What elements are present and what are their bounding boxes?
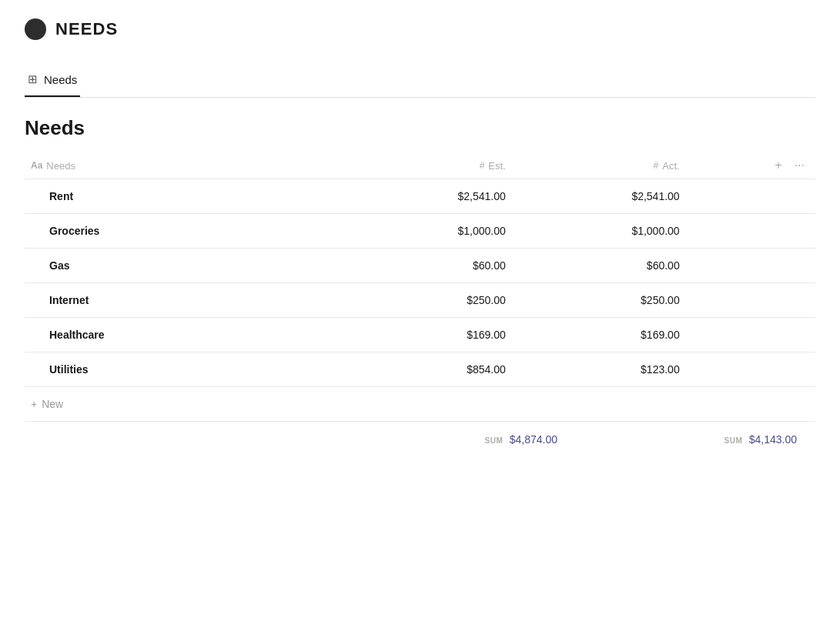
table-header-row: Aa Needs # Est. # Act. (25, 152, 815, 179)
table-row[interactable]: Gas$60.00$60.00 (25, 249, 815, 283)
col-header-act: # Act. (515, 152, 689, 179)
cell-act-3: $250.00 (515, 283, 689, 318)
cell-act-5: $123.00 (515, 352, 689, 387)
cell-est-4: $169.00 (341, 318, 515, 352)
cell-actions-2 (689, 249, 815, 283)
cell-est-2: $60.00 (341, 249, 515, 283)
cell-est-1: $1,000.00 (341, 214, 515, 249)
cell-name-2: Gas (25, 249, 341, 283)
header-dot-icon (25, 18, 46, 40)
tab-needs-label: Needs (44, 73, 77, 86)
sum-container: SUM $4,874.00 SUM $4,143.00 (327, 433, 806, 446)
col-act-label: Act. (662, 160, 679, 172)
tab-bar: ⊞ Needs (25, 65, 815, 98)
aa-icon: Aa (31, 160, 42, 171)
col-header-est: # Est. (341, 152, 515, 179)
needs-table: Aa Needs # Est. # Act. (25, 152, 815, 387)
cell-act-1: $1,000.00 (515, 214, 689, 249)
sum-est-value: $4,874.00 (510, 433, 557, 446)
cell-act-4: $169.00 (515, 318, 689, 352)
sum-est-label: SUM (485, 436, 504, 445)
cell-actions-1 (689, 214, 815, 249)
more-options-button[interactable]: ··· (793, 157, 806, 174)
page-header: NEEDS (25, 18, 815, 40)
col-est-label: Est. (488, 160, 505, 172)
new-row-button[interactable]: + New (25, 387, 815, 422)
col-name-label: Needs (46, 160, 75, 172)
page-title: NEEDS (55, 19, 118, 39)
table-row[interactable]: Healthcare$169.00$169.00 (25, 318, 815, 352)
col-header-actions: + ··· (689, 152, 815, 179)
cell-est-5: $854.00 (341, 352, 515, 387)
cell-est-3: $250.00 (341, 283, 515, 318)
hash-icon-est: # (480, 160, 485, 171)
table-icon: ⊞ (28, 72, 38, 86)
sum-act-value: $4,143.00 (749, 433, 797, 446)
hash-icon-act: # (654, 160, 659, 171)
table-section: Needs Aa Needs # Est. # (25, 116, 815, 457)
cell-actions-4 (689, 318, 815, 352)
table-row[interactable]: Groceries$1,000.00$1,000.00 (25, 214, 815, 249)
cell-name-0: Rent (25, 179, 341, 214)
new-label: New (42, 398, 63, 410)
sum-act-cell: SUM $4,143.00 (567, 433, 806, 446)
cell-actions-5 (689, 352, 815, 387)
table-row[interactable]: Rent$2,541.00$2,541.00 (25, 179, 815, 214)
table-row[interactable]: Internet$250.00$250.00 (25, 283, 815, 318)
table-heading: Needs (25, 116, 815, 140)
sum-row: SUM $4,874.00 SUM $4,143.00 (25, 422, 815, 457)
cell-est-0: $2,541.00 (341, 179, 515, 214)
cell-name-5: Utilities (25, 352, 341, 387)
table-row[interactable]: Utilities$854.00$123.00 (25, 352, 815, 387)
cell-name-1: Groceries (25, 214, 341, 249)
cell-act-2: $60.00 (515, 249, 689, 283)
cell-actions-0 (689, 179, 815, 214)
add-column-button[interactable]: + (773, 157, 783, 174)
sum-act-label: SUM (725, 436, 743, 445)
cell-name-4: Healthcare (25, 318, 341, 352)
tab-needs[interactable]: ⊞ Needs (25, 65, 80, 97)
cell-actions-3 (689, 283, 815, 318)
cell-act-0: $2,541.00 (515, 179, 689, 214)
col-header-name: Aa Needs (25, 152, 341, 179)
cell-name-3: Internet (25, 283, 341, 318)
sum-est-cell: SUM $4,874.00 (327, 433, 567, 446)
plus-icon: + (31, 398, 37, 410)
